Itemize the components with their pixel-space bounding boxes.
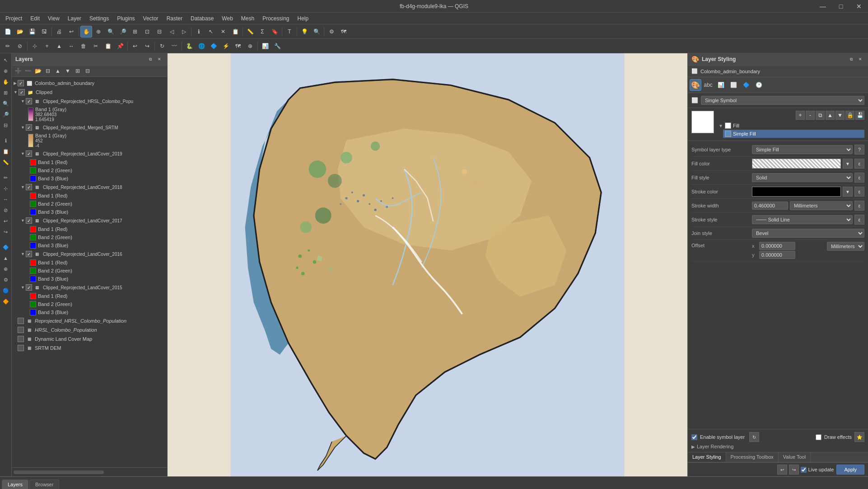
join-style-select[interactable]: Bevel	[752, 229, 864, 238]
tips-btn[interactable]: 💡	[299, 26, 310, 38]
stroke-color-dropdown[interactable]: ▼	[843, 187, 853, 197]
enable-symbol-action[interactable]: ↻	[749, 432, 759, 442]
symbol-lock-btn[interactable]: 🔒	[845, 111, 854, 120]
filter-layers-btn[interactable]: ⊟	[43, 66, 52, 75]
styling-panel-float[interactable]: ⧉	[847, 55, 855, 63]
layer-item-srtm[interactable]: ▼ ▦ Clipped_Reprojected_Merged_SRTM	[12, 123, 167, 132]
menu-mesh[interactable]: Mesh	[238, 14, 258, 23]
layer-checkbox-reprojected-hrsl[interactable]	[18, 318, 24, 324]
live-update-checkbox[interactable]	[801, 467, 807, 473]
left-icon-7[interactable]: ⊟	[1, 120, 11, 130]
minimize-button[interactable]: —	[814, 0, 832, 13]
offset-x-input[interactable]	[759, 242, 795, 250]
menu-layer[interactable]: Layer	[64, 14, 85, 23]
print-btn[interactable]: 🖨	[53, 26, 65, 38]
add-layer-btn[interactable]: ➕	[14, 66, 23, 75]
menu-edit[interactable]: Edit	[27, 14, 43, 23]
menu-database[interactable]: Database	[187, 14, 217, 23]
layer-checkbox-hrsl-pop[interactable]	[26, 98, 32, 104]
menu-settings[interactable]: Settings	[86, 14, 112, 23]
layer-checkbox-srtm[interactable]	[26, 124, 32, 131]
symbol-down-btn[interactable]: ▼	[835, 111, 845, 120]
measure-btn[interactable]: 📏	[244, 26, 256, 38]
layer-item-lc2018[interactable]: ▼ ▦ Clipped_Reprojected_LandCover_2018	[12, 183, 167, 192]
layer-item-lc2016[interactable]: ▼ ▦ Clipped_Reprojected_LandCover_2016	[12, 249, 167, 259]
pan-tool-btn[interactable]: ✋	[80, 26, 92, 38]
plugin4-btn[interactable]: ⚡	[220, 40, 232, 52]
fill-color-picker[interactable]	[752, 159, 841, 169]
deselect-btn[interactable]: ✕	[217, 26, 229, 38]
left-icon-8[interactable]: ℹ	[1, 136, 11, 146]
map-canvas-area[interactable]	[168, 53, 687, 476]
undo-btn[interactable]: ↩	[65, 26, 77, 38]
layers-panel-close-btn[interactable]: ✕	[155, 55, 163, 63]
zoom-layer-btn[interactable]: ⊟	[154, 26, 165, 38]
stroke-color-expr[interactable]: ε	[854, 187, 864, 197]
layer-item-clipped-group[interactable]: ▼ 📁 Clipped	[12, 88, 167, 97]
zoom-full-btn[interactable]: ⊞	[129, 26, 141, 38]
zoom-in-btn[interactable]: 🔍	[105, 26, 117, 38]
enable-symbol-checkbox[interactable]	[691, 434, 697, 440]
move-up-btn[interactable]: ▲	[53, 66, 62, 75]
left-icon-13[interactable]: ↔	[1, 194, 11, 204]
undo-edit-btn[interactable]: ↩	[129, 40, 141, 52]
move-btn[interactable]: ↔	[65, 40, 77, 52]
collapse-all-btn[interactable]: ⊟	[83, 66, 92, 75]
left-icon-17[interactable]: 🔷	[1, 242, 11, 252]
stroke-style-expr[interactable]: ε	[854, 215, 864, 225]
left-icon-12[interactable]: ⊹	[1, 183, 11, 193]
open-project-btn[interactable]: 📂	[14, 26, 26, 38]
fill-row[interactable]: ▼ Fill	[717, 122, 864, 130]
left-icon-6[interactable]: 🔎	[1, 109, 11, 119]
left-icon-3[interactable]: ✋	[1, 77, 11, 87]
symbol-up-btn[interactable]: ▲	[826, 111, 835, 120]
fill-style-select[interactable]: Solid	[752, 173, 853, 182]
atlas-btn[interactable]: 🗺	[232, 40, 244, 52]
left-icon-5[interactable]: 🔍	[1, 99, 11, 108]
symbol-remove-btn[interactable]: -	[806, 111, 815, 120]
menu-help[interactable]: Help	[294, 14, 313, 23]
offset-y-input[interactable]	[759, 251, 795, 259]
symbol-add-btn[interactable]: +	[796, 111, 805, 120]
offset-unit-select[interactable]: Millimeters	[827, 242, 864, 251]
menu-project[interactable]: Project	[2, 14, 26, 23]
stroke-width-expr[interactable]: ε	[854, 201, 864, 211]
digitize-btn[interactable]: ▲	[53, 40, 65, 52]
menu-processing[interactable]: Processing	[259, 14, 293, 23]
cut-btn[interactable]: ✂	[90, 40, 102, 52]
more-1-btn[interactable]: ⚙	[326, 26, 337, 38]
style-diagram-icon[interactable]: 📊	[715, 79, 727, 91]
edit-btn[interactable]: ✏	[2, 40, 14, 52]
layer-checkbox-lc2018[interactable]	[26, 184, 32, 190]
left-icon-14[interactable]: ⊘	[1, 205, 11, 215]
fill-color-expr[interactable]: ε	[854, 159, 864, 169]
paste-btn[interactable]: 📌	[114, 40, 126, 52]
layer-checkbox-dynamic-lc[interactable]	[18, 336, 24, 342]
plugin2-btn[interactable]: 🌐	[196, 40, 207, 52]
draw-effects-checkbox[interactable]	[816, 434, 821, 440]
layer-checkbox-lc2017[interactable]	[26, 217, 32, 224]
copy-btn[interactable]: 📋	[102, 40, 114, 52]
draw-effects-action[interactable]: ⭐	[854, 432, 864, 442]
style-history-icon[interactable]: 🕐	[753, 79, 765, 91]
redo-style-btn[interactable]: ↪	[789, 465, 799, 475]
expand-all-btn[interactable]: ⊞	[73, 66, 82, 75]
pan-map-btn[interactable]: ⊕	[93, 26, 104, 38]
layer-checkbox-lc2016[interactable]	[26, 251, 32, 257]
fill-color-dropdown[interactable]: ▼	[843, 159, 853, 169]
tab-layer-styling[interactable]: Layer Styling	[688, 452, 726, 462]
tab-value-tool[interactable]: Value Tool	[779, 452, 811, 462]
symbol-layer-type-help[interactable]: ?	[854, 145, 864, 155]
layer-item-hrsl-pop[interactable]: ▼ ▦ Clipped_Reprojected_HRSL_Colombo_Pop…	[12, 97, 167, 106]
search-btn[interactable]: 🔍	[311, 26, 322, 38]
style-mask-icon[interactable]: ⬜	[728, 79, 739, 91]
styling-panel-close[interactable]: ✕	[856, 55, 864, 63]
undo-style-btn[interactable]: ↩	[777, 465, 787, 475]
layer-checkbox-hrsl-colombo[interactable]	[18, 327, 24, 333]
layer-item-srtm-dem[interactable]: ▶ ▦ SRTM DEM	[12, 343, 167, 353]
layer-item-lc2017[interactable]: ▼ ▦ Clipped_Reprojected_LandCover_2017	[12, 216, 167, 225]
menu-web[interactable]: Web	[218, 14, 236, 23]
style-3d-icon[interactable]: 🔷	[740, 79, 752, 91]
label-btn[interactable]: T	[284, 26, 295, 38]
left-icon-16[interactable]: ↪	[1, 227, 11, 237]
